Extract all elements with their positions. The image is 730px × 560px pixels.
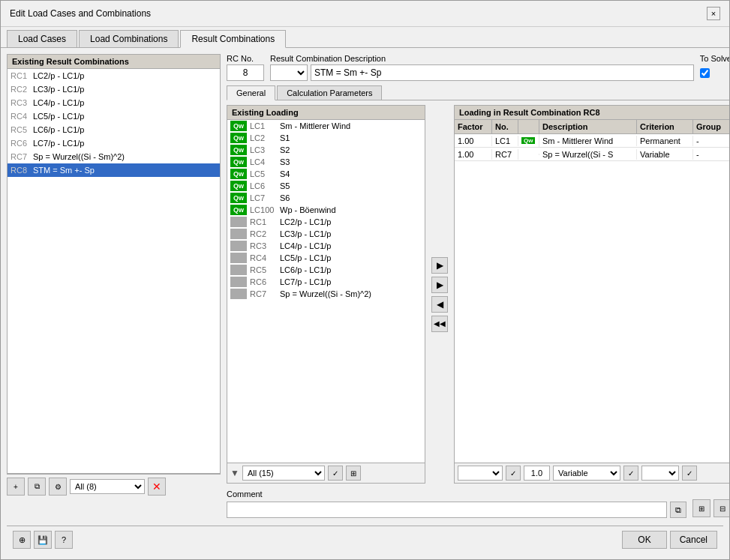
list-item[interactable]: RC6 LC7/p - LC1/p — [227, 276, 425, 288]
loading-desc: LC2/p - LC1/p — [280, 217, 331, 226]
add-loading-button[interactable]: ✓ — [328, 466, 343, 481]
main-content: Existing Result Combinations RC1 LC2/p -… — [1, 48, 729, 559]
rc-desc: LC6/p - LC1/p — [33, 125, 84, 134]
list-item[interactable]: RC1 LC2/p - LC1/p — [8, 69, 220, 82]
list-item[interactable]: RC2 LC3/p - LC1/p — [8, 82, 220, 96]
tab-load-combinations[interactable]: Load Combinations — [79, 30, 179, 47]
save-button[interactable]: 💾 — [34, 531, 52, 549]
loading-code: RC3 — [250, 241, 280, 250]
rc-filter-dropdown[interactable]: All (8) — [70, 479, 145, 494]
table-view-button[interactable]: ⊞ — [346, 466, 361, 481]
list-item[interactable]: RC6 LC7/p - LC1/p — [8, 136, 220, 150]
ok-button[interactable]: OK — [622, 531, 666, 549]
apply-button[interactable]: ✓ — [623, 466, 638, 481]
list-item[interactable]: RC4 LC5/p - LC1/p — [8, 109, 220, 123]
list-item[interactable]: RC5 LC6/p - LC1/p — [8, 123, 220, 136]
rc-scrollbar-row: + ⧉ ⚙ All (8) ✕ — [7, 474, 221, 499]
list-item[interactable]: Qw LC3 S2 — [227, 144, 425, 156]
table-row[interactable]: 1.00 LC1 Qw Sm - Mittlerer Wind Permanen… — [455, 134, 729, 148]
filter-icon: ▼ — [230, 468, 239, 478]
move-right-button[interactable]: ▶ — [431, 257, 448, 274]
th-criterion: Criterion — [637, 120, 693, 133]
list-item[interactable]: RC1 LC2/p - LC1/p — [227, 216, 425, 228]
to-solve-checkbox[interactable] — [700, 68, 710, 78]
group-dropdown[interactable] — [641, 466, 679, 481]
result-filter-dropdown[interactable] — [458, 466, 503, 481]
inner-tab-calc-params[interactable]: Calculation Parameters — [277, 85, 382, 100]
new-button[interactable]: ⊕ — [13, 531, 31, 549]
list-item[interactable]: Qw LC1 Sm - Mittlerer Wind — [227, 120, 425, 132]
to-solve-checkbox-wrapper — [700, 64, 729, 81]
rc-no-input[interactable] — [227, 64, 264, 81]
th-desc: Description — [539, 120, 637, 133]
loading-desc: LC6/p - LC1/p — [280, 265, 331, 274]
list-item[interactable]: RC7 Sp = Wurzel((Si - Sm)^2) — [227, 288, 425, 300]
comment-right-buttons: ⊞ ⊟ — [692, 499, 729, 517]
loading-desc: Wp - Böenwind — [280, 205, 336, 214]
list-item[interactable]: Qw LC100 Wp - Böenwind — [227, 204, 425, 216]
tab-result-combinations[interactable]: Result Combinations — [180, 30, 286, 48]
rc-no-box: RC No. — [227, 54, 264, 81]
rc-desc: LC2/p - LC1/p — [33, 71, 84, 80]
tab-load-cases[interactable]: Load Cases — [7, 30, 77, 47]
move-left-button[interactable]: ◀ — [431, 296, 448, 313]
list-item[interactable]: Qw LC7 S6 — [227, 192, 425, 204]
table-row[interactable]: 1.00 RC7 Sp = Wurzel((Si - S Variable - — [455, 148, 729, 161]
cancel-button[interactable]: Cancel — [670, 531, 717, 549]
desc-dropdown[interactable] — [270, 64, 308, 81]
criterion-dropdown[interactable]: Variable Permanent — [553, 466, 620, 481]
bottom-left-buttons: ⊕ 💾 ? — [13, 531, 73, 549]
rc-id: RC4 — [11, 112, 33, 121]
delete-rc-button[interactable]: ⚙ — [49, 478, 67, 496]
export-button[interactable]: ⊞ — [692, 499, 710, 517]
list-item[interactable]: Qw LC5 S4 — [227, 168, 425, 180]
loading-code: LC4 — [250, 157, 280, 166]
loading-desc: S2 — [280, 145, 290, 154]
rc-desc: LC4/p - LC1/p — [33, 98, 84, 107]
list-item[interactable]: RC4 LC5/p - LC1/p — [227, 252, 425, 264]
comment-copy-button[interactable]: ⧉ — [670, 502, 686, 518]
add-rc-button[interactable]: + — [7, 478, 25, 496]
result-combo-header: Loading in Result Combination RC8 — [455, 106, 729, 120]
td-desc: Sp = Wurzel((Si - S — [539, 149, 637, 160]
result-check-button[interactable]: ✓ — [506, 466, 521, 481]
help-button[interactable]: ? — [55, 531, 73, 549]
existing-loading-header: Existing Loading — [227, 106, 425, 120]
window-title: Edit Load Cases and Combinations — [10, 8, 151, 19]
loading-desc: LC7/p - LC1/p — [280, 277, 331, 286]
rc-id: RC6 — [11, 139, 33, 148]
list-item-selected[interactable]: RC8 STM = Sm +- Sp — [8, 163, 220, 177]
list-item[interactable]: Qw LC6 S5 — [227, 180, 425, 192]
arrow-buttons-panel: ▶ ▶ ◀ ◀◀ — [430, 105, 449, 484]
list-item[interactable]: RC3 LC4/p - LC1/p — [227, 240, 425, 252]
list-item[interactable]: RC3 LC4/p - LC1/p — [8, 96, 220, 109]
list-item[interactable]: RC2 LC3/p - LC1/p — [227, 228, 425, 240]
right-panel: RC No. Result Combination Description — [227, 54, 729, 521]
list-item[interactable]: RC5 LC6/p - LC1/p — [227, 264, 425, 276]
qw-badge: Qw — [230, 193, 247, 203]
delete-rc-red-button[interactable]: ✕ — [148, 478, 166, 496]
existing-loading-filter-row: ▼ All (15) ✓ ⊞ — [227, 463, 425, 483]
loading-code: RC1 — [250, 217, 280, 226]
comment-input[interactable] — [227, 502, 667, 518]
rc-id: RC1 — [11, 71, 33, 80]
move-left-all-button[interactable]: ◀◀ — [431, 316, 448, 332]
list-item[interactable]: Qw LC2 S1 — [227, 132, 425, 144]
comment-row-wrapper: Comment ⧉ ⊞ ⊟ — [227, 488, 729, 518]
import-button[interactable]: ⊟ — [713, 499, 729, 517]
move-right2-button[interactable]: ▶ — [431, 277, 448, 293]
close-button[interactable]: × — [707, 7, 720, 20]
factor-input[interactable] — [524, 466, 550, 481]
group-apply-button[interactable]: ✓ — [682, 466, 697, 481]
rc-header-row: RC No. Result Combination Description — [227, 54, 729, 81]
qw-badge: Qw — [230, 121, 247, 131]
desc-input[interactable] — [311, 64, 694, 81]
inner-tab-general[interactable]: General — [227, 85, 275, 100]
list-item[interactable]: Qw LC4 S3 — [227, 156, 425, 168]
loading-filter-dropdown[interactable]: All (15) — [242, 466, 325, 481]
td-criterion: Variable — [637, 149, 693, 160]
td-desc: Sm - Mittlerer Wind — [539, 136, 637, 146]
list-item[interactable]: RC7 Sp = Wurzel((Si - Sm)^2) — [8, 150, 220, 163]
bottom-bar: ⊕ 💾 ? OK Cancel — [7, 526, 723, 553]
copy-rc-button[interactable]: ⧉ — [28, 478, 46, 496]
